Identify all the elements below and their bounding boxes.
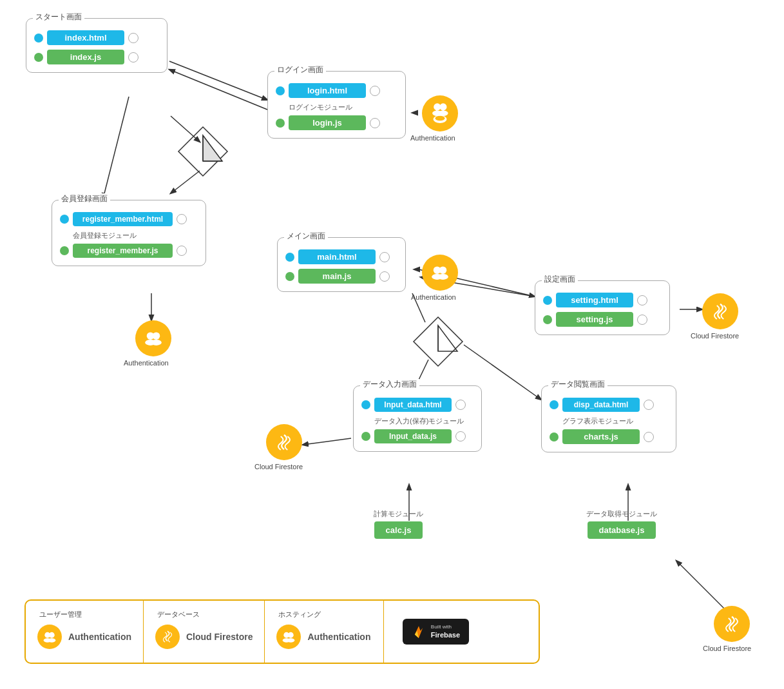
disp-screen: データ閲覧画面 disp_data.html グラフ表示モジュール charts… [541,385,676,452]
banner-host-label: ホスティング [276,610,323,619]
dot-blue [60,215,69,224]
database-module-label: データ取得モジュール [586,509,657,519]
dot-blue [285,253,294,262]
auth-label-main: Authentication [411,293,456,301]
file-row: main.js [285,269,397,284]
setting-screen-label: 設定画面 [542,274,578,285]
file-row: main.html [285,249,397,264]
register-sub-label: 会員登録モジュール [73,231,198,240]
circle-out [370,118,380,128]
decision-diamond-1 [177,126,229,177]
calc-module-label: 計算モジュール [374,509,423,519]
main-js-btn: main.js [298,269,376,284]
svg-marker-48 [415,626,423,638]
dot-green [361,432,370,441]
main-screen-label: メイン画面 [284,231,328,242]
firestore-label-input: Cloud Firestore [254,463,303,471]
banner-firestore-item: Cloud Firestore [155,625,253,649]
start-screen-label: スタート画面 [33,12,84,23]
svg-point-47 [287,638,295,643]
svg-point-25 [438,111,448,116]
svg-line-2 [103,97,129,199]
database-js-btn: database.js [588,521,656,539]
bottom-banner: ユーザー管理 Authentication データベース [24,599,540,664]
circle-out [455,431,466,442]
input-sub-label: データ入力(保存)モジュール [374,416,473,426]
circle-out [128,52,139,63]
svg-point-23 [439,103,446,110]
circle-out [644,400,654,410]
dot-blue [276,86,285,95]
svg-line-1 [169,70,267,110]
input-screen-label: データ入力画面 [360,379,419,390]
dot-blue [543,296,552,305]
dot-green [34,53,43,62]
banner-auth-item: Authentication [37,625,131,649]
dot-green [550,432,559,442]
calc-module: 計算モジュール calc.js [374,509,423,539]
file-row: disp_data.html [550,398,668,412]
circle-out [644,432,654,442]
file-row: Input_data.html [361,398,473,412]
decision-diamond-2 [412,316,464,367]
banner-auth-item-2: Authentication [276,625,370,649]
firestore-label-bottom: Cloud Firestore [703,645,751,652]
auth-icon-register [135,320,171,356]
banner-firestore-text: Cloud Firestore [186,632,253,642]
dot-blue [361,400,370,409]
calc-js-btn: calc.js [374,521,423,539]
file-row: index.js [34,50,159,64]
disp-sub-label: グラフ表示モジュール [562,416,668,426]
disp-html-btn: disp_data.html [562,398,640,412]
banner-hosting: ホスティング Authentication [265,601,384,663]
dot-blue [34,34,43,43]
dot-blue [550,400,559,409]
diagram: スタート画面 index.html index.js ログイン画面 login.… [0,0,784,689]
auth-label-login: Authentication [410,134,455,142]
svg-point-21 [435,116,445,121]
dot-green [543,315,552,324]
circle-out [177,214,187,224]
input-screen: データ入力画面 Input_data.html データ入力(保存)モジュール I… [353,385,482,452]
banner-firebase-badge: Built with Firebase [384,601,487,663]
login-screen-label: ログイン画面 [274,64,326,75]
login-html-btn: login.html [289,83,366,98]
login-js-btn: login.js [289,115,366,130]
svg-point-45 [288,632,294,638]
banner-auth-icon-1 [37,625,62,649]
setting-html-btn: setting.html [556,293,633,307]
banner-user-label: ユーザー管理 [37,610,84,619]
register-screen-label: 会員登録画面 [59,193,110,204]
index-html-btn: index.html [47,30,124,45]
circle-out [455,400,466,410]
banner-auth-icon-2 [276,625,301,649]
dot-green [276,119,285,128]
file-row: setting.js [543,312,662,327]
svg-line-17 [676,561,728,612]
svg-point-43 [48,638,55,643]
banner-firestore-icon [155,625,180,649]
charts-js-btn: charts.js [562,429,640,444]
banner-database: データベース Cloud Firestore [144,601,265,663]
file-row: Input_data.js [361,429,473,443]
circle-out [637,295,647,306]
login-sub-label: ログインモジュール [289,102,397,112]
svg-line-14 [303,438,351,445]
start-screen: スタート画面 index.html index.js [26,18,167,73]
main-html-btn: main.html [298,249,376,264]
input-html-btn: Input_data.html [374,398,452,412]
file-row: index.html [34,30,159,45]
login-screen: ログイン画面 login.html ログインモジュール login.js [267,71,406,139]
banner-user-mgmt: ユーザー管理 Authentication [26,601,144,663]
firestore-icon-input [266,424,302,460]
setting-screen: 設定画面 setting.html setting.js [535,280,670,335]
main-screen: メイン画面 main.html main.js [277,237,406,292]
svg-point-33 [151,340,162,345]
setting-js-btn: setting.js [556,312,633,327]
register-js-btn: register_member.js [73,244,173,258]
banner-auth-text-1: Authentication [68,632,131,642]
dot-green [285,272,294,281]
file-row: register_member.html [60,212,198,226]
firestore-icon-bottom [714,606,750,642]
circle-out [379,252,390,262]
